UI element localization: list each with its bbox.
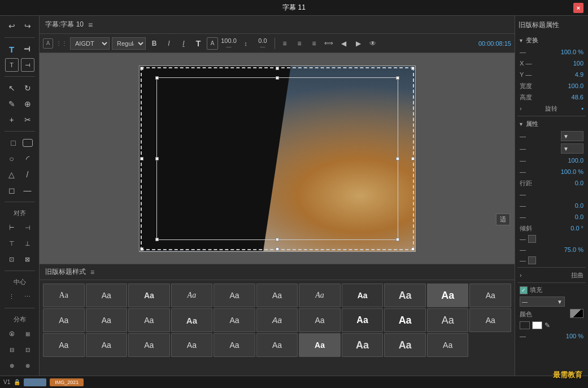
- fill-type-dropdown[interactable]: —▼: [520, 297, 565, 307]
- style-item-1[interactable]: Aa: [86, 284, 128, 307]
- dist-h-tool[interactable]: ⦿: [5, 327, 19, 341]
- text-type-button[interactable]: T: [192, 37, 204, 50]
- dist5-tool[interactable]: ⊗: [21, 359, 34, 372]
- black-swatch[interactable]: [520, 321, 530, 329]
- x-value[interactable]: 100: [573, 60, 583, 67]
- y-value[interactable]: 4.9: [575, 71, 583, 78]
- style-item-23[interactable]: Aa: [86, 333, 128, 357]
- style-item-0[interactable]: Aa: [43, 284, 85, 307]
- attributes-section-header[interactable]: ▼ 属性: [517, 118, 586, 130]
- area-text-tool[interactable]: T: [5, 58, 19, 72]
- canvas-area[interactable]: [40, 53, 515, 264]
- height-value[interactable]: 48.6: [572, 94, 583, 101]
- fill-opacity-value[interactable]: 100 %: [566, 333, 583, 339]
- arc-tool[interactable]: ◜: [21, 152, 34, 165]
- style-item-14[interactable]: Aa: [171, 308, 213, 332]
- color-swatch[interactable]: [570, 309, 583, 319]
- style-item-28[interactable]: Aa: [299, 333, 341, 357]
- wedge-tool[interactable]: △: [5, 168, 19, 181]
- style-item-11[interactable]: Aa: [43, 308, 85, 332]
- attr-value-0-2[interactable]: 0.0: [575, 213, 583, 220]
- align-center-h-tool[interactable]: ⊣: [21, 221, 34, 234]
- style-item-27[interactable]: Aa: [256, 333, 298, 357]
- rotation-value[interactable]: •: [581, 105, 583, 112]
- font-style-select[interactable]: Regular: [112, 37, 146, 50]
- align-left-tool[interactable]: ⊢: [5, 221, 19, 234]
- eye-button[interactable]: 👁: [367, 37, 379, 50]
- style-item-3[interactable]: Aa: [171, 284, 213, 307]
- eyedropper-icon[interactable]: ✎: [545, 321, 550, 329]
- text-tool[interactable]: T: [5, 42, 19, 56]
- style-item-9[interactable]: Aa: [427, 284, 469, 307]
- next-frame-button[interactable]: ▶: [352, 37, 364, 50]
- caption-menu-button[interactable]: ≡: [88, 20, 93, 29]
- bold-button[interactable]: B: [148, 37, 160, 50]
- dist-v-tool[interactable]: ⊞: [21, 327, 34, 341]
- attr-value-75pct[interactable]: 75.0 %: [564, 246, 583, 253]
- undo-button[interactable]: ↩: [5, 19, 19, 33]
- style-item-12[interactable]: Aa: [86, 308, 128, 332]
- close-button[interactable]: ×: [573, 3, 583, 13]
- style-item-4[interactable]: Aa: [214, 284, 255, 307]
- align-bottom-tool[interactable]: ⊥: [21, 237, 34, 250]
- style-item-31[interactable]: Aa: [427, 333, 469, 357]
- align-top-tool[interactable]: ⊤: [5, 237, 19, 250]
- checkbox-1[interactable]: [528, 235, 536, 243]
- style-item-19[interactable]: Aa: [384, 308, 426, 332]
- attr-value-100pct[interactable]: 100.0 %: [561, 168, 583, 175]
- panel-menu-button[interactable]: ≡: [90, 268, 94, 276]
- attr-value-100[interactable]: 100.0: [568, 157, 583, 164]
- center-h-tool[interactable]: ⋯: [21, 290, 34, 303]
- font-size-value[interactable]: 100.0: [220, 37, 237, 44]
- delete-anchor-tool[interactable]: ✂: [21, 113, 34, 127]
- align-right-button[interactable]: ≡: [308, 37, 320, 50]
- prev-frame-button[interactable]: ◀: [337, 37, 350, 50]
- italic2-button[interactable]: I: [177, 37, 190, 50]
- align-center-button[interactable]: ≡: [293, 37, 306, 50]
- align-h-center-tool[interactable]: ⊠: [21, 252, 34, 266]
- round-rect-tool[interactable]: [23, 139, 33, 147]
- style-item-17[interactable]: Aa: [299, 308, 341, 332]
- transform-section-header[interactable]: ▼ 变换: [517, 34, 586, 46]
- style-item-2[interactable]: Aa: [128, 284, 170, 307]
- style-item-15[interactable]: Aa: [214, 308, 255, 332]
- attr-dropdown-btn-1[interactable]: ▼: [561, 131, 583, 141]
- fill-checkbox[interactable]: ✓: [520, 286, 528, 294]
- font-family-select[interactable]: AIGDT: [70, 37, 110, 50]
- style-item-29[interactable]: Aa: [342, 333, 384, 357]
- italic-button[interactable]: I: [163, 37, 175, 50]
- style-item-26[interactable]: Aa: [214, 333, 255, 357]
- dist4-tool[interactable]: ⊕: [5, 359, 19, 372]
- attr-dropdown-btn-2[interactable]: ▼: [561, 143, 583, 154]
- center-v-tool[interactable]: ⋮: [5, 290, 19, 303]
- style-item-25[interactable]: Aa: [171, 333, 213, 357]
- dist2-tool[interactable]: ⊟: [5, 343, 19, 356]
- style-item-21[interactable]: Aa: [469, 308, 511, 332]
- anchor-tool[interactable]: ⊕: [21, 97, 34, 111]
- kerning-button[interactable]: ⟺: [323, 37, 335, 50]
- add-anchor-tool[interactable]: +: [5, 113, 19, 127]
- align-left-button[interactable]: ≡: [278, 37, 291, 50]
- select-tool[interactable]: ↖: [5, 81, 19, 95]
- white-swatch[interactable]: [532, 321, 542, 329]
- vertical-text-tool[interactable]: T: [21, 42, 34, 56]
- opacity-value[interactable]: 100.0 %: [561, 49, 583, 55]
- style-item-13[interactable]: Aa: [128, 308, 170, 332]
- rotate-tool[interactable]: ↻: [21, 81, 34, 95]
- checkbox-2[interactable]: [528, 256, 536, 264]
- rect-tool[interactable]: □: [7, 136, 20, 150]
- style-item-18[interactable]: Aa: [342, 308, 384, 332]
- shape3-tool[interactable]: —: [21, 184, 34, 197]
- style-item-8[interactable]: Aa: [384, 284, 426, 307]
- style-item-24[interactable]: Aa: [128, 333, 170, 357]
- leading-value[interactable]: 0.0: [254, 37, 271, 44]
- style-item-22[interactable]: Aa: [43, 333, 85, 357]
- style-item-20[interactable]: Aa: [427, 308, 469, 332]
- style-item-30[interactable]: Aa: [384, 333, 426, 357]
- shape2-tool[interactable]: ◻: [5, 184, 19, 197]
- lineheight-value[interactable]: 0.0: [575, 180, 583, 186]
- width-value[interactable]: 100.0: [568, 82, 583, 89]
- style-item-7[interactable]: Aa: [342, 284, 384, 307]
- line-tool[interactable]: /: [21, 168, 34, 181]
- dist3-tool[interactable]: ⊡: [21, 343, 34, 356]
